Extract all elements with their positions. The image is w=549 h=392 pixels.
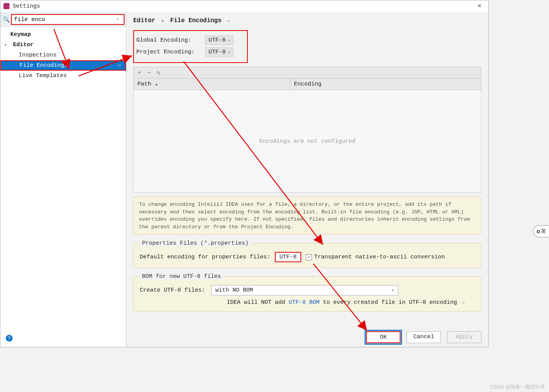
bom-group: BOM for new UTF-8 files Create UTF-8 fil… (133, 273, 481, 311)
ok-button[interactable]: OK (366, 331, 400, 343)
sidebar-item-editor[interactable]: Editor (0, 40, 126, 50)
chevron-down-icon: ▾ (391, 288, 394, 293)
breadcrumb-a: Editor (133, 17, 155, 24)
sidebar-item-label: Editor (13, 42, 34, 48)
properties-group: Properties Files (*.properties) Default … (133, 240, 481, 268)
properties-legend: Properties Files (*.properties) (140, 240, 251, 247)
checkbox-label: Transparent native-to-ascii conversion (314, 254, 445, 260)
info-box: To change encoding IntelliJ IDEA uses fo… (133, 197, 481, 235)
ime-indicator[interactable]: ✪ 英 (533, 225, 549, 237)
search-icon: 🔍 (3, 16, 10, 23)
project-encoding-label: Project Encoding: (136, 49, 201, 55)
sidebar-item-file-encodings[interactable]: File Encodings ▭ (0, 60, 126, 71)
utf8-bom-link[interactable]: UTF-8 BOM (289, 299, 320, 306)
global-encoding-label: Global Encoding: (136, 37, 201, 44)
col-encoding[interactable]: Encoding (290, 79, 481, 90)
check-icon: ✓ (306, 254, 312, 260)
clear-icon[interactable]: × (116, 16, 124, 23)
sidebar-item-label: File Encodings (19, 62, 68, 69)
combo-value: UTF-8 (208, 49, 226, 55)
breadcrumb: Editor › File Encodings ▭ (133, 17, 481, 24)
search-row: 🔍 × (0, 12, 126, 27)
external-link-icon: ↗ (462, 300, 465, 305)
properties-encoding-combo[interactable]: UTF-8 (275, 252, 301, 262)
titlebar: Settings × (0, 0, 488, 12)
globe-icon: ✪ (536, 227, 540, 235)
encodings-table: + − ✎ Path ▲ Encoding Encodings are not … (133, 67, 481, 193)
sort-asc-icon: ▲ (155, 82, 158, 87)
bom-note: IDEA will NOT add UTF-8 BOM to every cre… (227, 299, 475, 306)
add-icon[interactable]: + (137, 69, 142, 77)
watermark: CSDN @我有一颗五叶草 (490, 384, 545, 390)
project-encoding-combo[interactable]: UTF-8 ▾ (205, 47, 234, 57)
dialog-buttons: OK Cancel Apply (366, 331, 481, 343)
sidebar-item-keymap[interactable]: Keymap (0, 29, 126, 40)
table-toolbar: + − ✎ (134, 67, 481, 79)
table-header: Path ▲ Encoding (134, 79, 481, 90)
global-encoding-combo[interactable]: UTF-8 ▾ (205, 35, 234, 45)
breadcrumb-b: File Encodings (170, 17, 221, 24)
sidebar-item-live-templates[interactable]: Live Templates (0, 71, 126, 81)
chevron-right-icon: › (161, 18, 164, 24)
bom-label: Create UTF-8 files: (140, 287, 205, 294)
settings-window: Settings × 🔍 × Keymap Editor Inspections… (0, 0, 489, 347)
main-panel: Editor › File Encodings ▭ Global Encodin… (126, 12, 488, 347)
cancel-button[interactable]: Cancel (407, 331, 441, 343)
apply-button: Apply (447, 331, 481, 343)
remove-icon[interactable]: − (147, 69, 151, 77)
search-input[interactable] (11, 14, 124, 25)
encoding-block: Global Encoding: UTF-8 ▾ Project Encodin… (133, 30, 248, 63)
chevron-down-icon: ▾ (228, 50, 230, 55)
settings-tree: Keymap Editor Inspections File Encodings… (0, 27, 126, 81)
edit-icon[interactable]: ✎ (157, 69, 161, 77)
bom-legend: BOM for new UTF-8 files (140, 273, 223, 280)
sidebar-item-inspections[interactable]: Inspections (0, 50, 126, 60)
chevron-down-icon: ▾ (228, 38, 230, 43)
window-title: Settings (13, 3, 40, 10)
combo-value: UTF-8 (208, 37, 226, 44)
project-config-icon: ▭ (118, 62, 121, 68)
bom-combo[interactable]: with NO BOM ▾ (211, 285, 398, 295)
help-icon[interactable]: ? (6, 335, 13, 342)
app-icon (3, 3, 10, 9)
combo-value: with NO BOM (215, 287, 253, 294)
project-config-icon: ▭ (228, 19, 230, 23)
table-empty: Encodings are not configured (134, 90, 481, 192)
close-icon[interactable]: × (474, 2, 485, 10)
col-path[interactable]: Path ▲ (134, 79, 290, 90)
transparent-ascii-checkbox[interactable]: ✓ Transparent native-to-ascii conversion (306, 254, 445, 260)
properties-label: Default encoding for properties files: (140, 254, 270, 260)
sidebar: 🔍 × Keymap Editor Inspections File Encod… (0, 12, 126, 347)
